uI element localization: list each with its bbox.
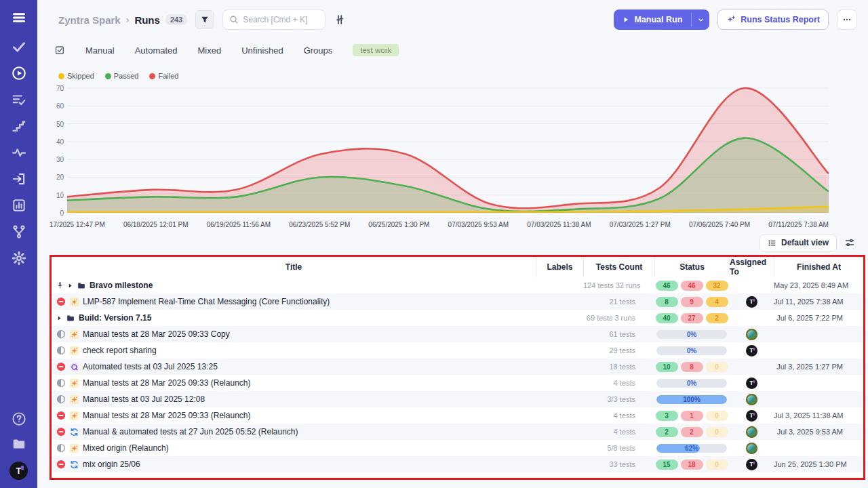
user-avatar[interactable]: T [9,462,28,480]
tab-groups[interactable]: Groups [304,45,333,56]
assignee-avatar[interactable] [746,329,757,340]
column-header-finished-at[interactable]: Finished At [774,257,863,277]
manual-run-type-icon [69,378,79,388]
manual-run-button[interactable]: Manual Run [614,9,709,30]
table-row[interactable]: Manual & automated tests at 27 Jun 2025 … [52,424,863,440]
default-view-button[interactable]: Default view [760,235,837,251]
table-row[interactable]: Manual tests at 28 Mar 2025 09:33 (Relau… [52,375,863,391]
assignee-avatar[interactable] [746,426,757,438]
failed-badge: 1 [681,411,703,421]
run-title-cell[interactable]: LMP-587 Implement Real-Time Chat Messagi… [52,297,536,307]
column-header-tests-count[interactable]: Tests Count [583,257,654,277]
expand-chevron-icon[interactable] [56,315,62,321]
runs-status-report-label: Runs Status Report [741,15,820,24]
result-badges: 220 [656,427,728,437]
skipped-badge: 0 [706,460,728,470]
run-title[interactable]: Manual & automated tests at 27 Jun 2025 … [83,427,298,436]
run-title-cell[interactable]: Bravo milestone [52,281,536,290]
play-circle-icon[interactable] [12,66,26,81]
column-header-labels[interactable]: Labels [536,257,583,277]
run-title-cell[interactable]: Manual tests at 28 Mar 2025 09:33 Copy [52,329,536,340]
run-title-cell[interactable]: mix origin 25/06 [52,460,536,470]
run-title[interactable]: Bravo milestone [90,281,153,290]
tab-unfinished[interactable]: Unfinished [241,45,283,56]
table-settings-icon[interactable] [844,237,855,248]
run-title-cell[interactable]: Manual & automated tests at 27 Jun 2025 … [52,427,536,437]
tab-manual[interactable]: Manual [85,45,115,56]
tag-test-work[interactable]: test work [353,44,399,56]
filter-button[interactable] [195,10,214,29]
import-icon[interactable] [12,171,26,186]
run-title[interactable]: Manual tests at 28 Mar 2025 09:33 (Relau… [83,378,250,388]
assigned-to-cell [729,329,774,340]
run-title[interactable]: Mixed origin (Relaunch) [83,443,169,453]
run-title-cell[interactable]: Manual tests at 03 Jul 2025 12:08 [52,394,536,405]
legend-failed[interactable]: Failed [149,72,178,80]
run-title[interactable]: Manual tests at 28 Mar 2025 09:33 (Relau… [83,411,250,420]
column-header-status[interactable]: Status [654,257,729,277]
chart-plot[interactable] [67,83,829,217]
assignee-avatar[interactable] [746,394,757,405]
run-title[interactable]: LMP-587 Implement Real-Time Chat Messagi… [83,297,330,306]
tests-count-cell: 3/3 tests [583,395,654,403]
x-tick-label: 07/06/2025 7:40 PM [689,221,750,230]
table-row[interactable]: Bravo milestone124 tests 32 runs464632Ma… [52,277,863,293]
check-icon[interactable] [12,39,26,54]
assignee-avatar[interactable]: T [746,459,757,470]
manual-run-dropdown[interactable] [692,9,709,30]
table-row[interactable]: Mixed origin (Relaunch)5/8 tests62% [52,440,863,456]
result-badges: 40272 [656,313,728,323]
run-title-cell[interactable]: Mixed origin (Relaunch) [52,443,536,453]
run-title[interactable]: Automated tests at 03 Jul 2025 13:25 [83,362,218,371]
table-row[interactable]: check report sharing29 tests0%T [52,342,863,359]
search-input[interactable] [243,15,319,24]
table-row[interactable]: Manual tests at 28 Mar 2025 09:33 Copy61… [52,326,863,342]
run-title-cell[interactable]: Manual tests at 28 Mar 2025 09:33 (Relau… [52,378,536,388]
expand-chevron-icon[interactable] [67,283,73,289]
folder-icon[interactable] [12,436,26,451]
run-title[interactable]: Manual tests at 03 Jul 2025 12:08 [83,394,205,404]
assignee-avatar[interactable]: T [746,296,757,308]
table-row[interactable]: LMP-587 Implement Real-Time Chat Messagi… [52,293,863,310]
bar-chart-icon[interactable] [12,198,26,213]
y-tick-label: 0 [60,209,64,217]
table-row[interactable]: Manual tests at 28 Mar 2025 09:33 (Relau… [52,407,863,424]
legend-passed[interactable]: Passed [105,72,139,80]
legend-skipped[interactable]: Skipped [58,72,94,80]
help-icon[interactable] [12,411,26,426]
table-row[interactable]: Manual tests at 03 Jul 2025 12:083/3 tes… [52,391,863,407]
assignee-avatar[interactable]: T [746,378,757,389]
run-title[interactable]: Build: Version 7.15 [79,313,151,323]
select-runs-icon[interactable] [54,45,65,56]
run-title[interactable]: Manual tests at 28 Mar 2025 09:33 Copy [83,329,230,339]
pulse-icon[interactable] [12,145,26,160]
column-header-assigned-to[interactable]: Assigned To [729,257,774,277]
table-row[interactable]: Build: Version 7.1569 tests 3 runs40272J… [52,310,863,326]
branch-icon[interactable] [12,224,26,239]
tab-automated[interactable]: Automated [135,45,178,56]
run-title[interactable]: mix origin 25/06 [83,460,140,469]
assignee-avatar[interactable]: T [746,410,757,422]
adjustments-icon[interactable] [334,14,346,26]
run-title[interactable]: check report sharing [83,346,157,355]
stairs-icon[interactable] [12,119,26,134]
assigned-to-cell: T [729,459,774,470]
tab-mixed[interactable]: Mixed [198,45,222,56]
column-header-title[interactable]: Title [52,257,536,277]
gear-icon[interactable] [12,251,26,266]
runs-status-report-button[interactable]: Runs Status Report [717,9,829,30]
assignee-avatar[interactable] [746,443,757,454]
table-row[interactable]: mix origin 25/0633 tests15180TJun 25, 20… [52,456,863,472]
run-title-cell[interactable]: check report sharing [52,346,536,356]
breadcrumb-project[interactable]: Zyntra Spark [58,14,121,26]
run-title-cell[interactable]: Manual tests at 28 Mar 2025 09:33 (Relau… [52,411,536,421]
run-title-cell[interactable]: Automated tests at 03 Jul 2025 13:25 [52,362,536,372]
list-check-icon[interactable] [12,92,26,107]
table-row[interactable]: Automated tests at 03 Jul 2025 13:2518 t… [52,359,863,375]
finished-at-cell: Jul 11, 2025 7:38 AM [774,298,863,306]
run-title-cell[interactable]: Build: Version 7.15 [52,313,536,323]
tests-count-cell: 61 tests [583,330,654,338]
more-actions-button[interactable] [837,9,857,30]
hamburger-menu-icon[interactable] [11,9,27,26]
assignee-avatar[interactable]: T [746,345,757,357]
